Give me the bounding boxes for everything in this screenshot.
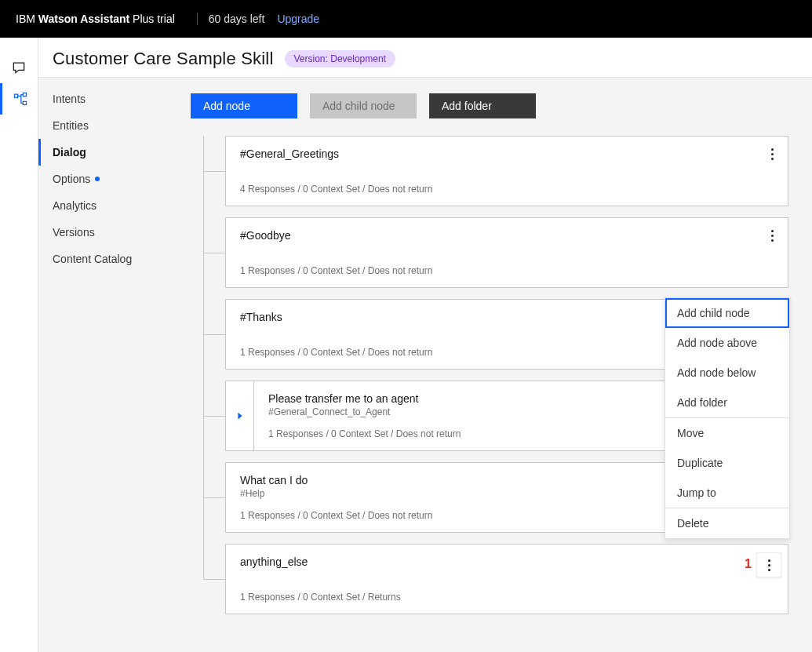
add-node-button[interactable]: Add node [191,93,297,118]
sidebar-item-dialog[interactable]: Dialog [38,139,191,166]
ctx-add-node-below[interactable]: Add node below [665,358,789,388]
skill-sidebar: Intents Entities Dialog Options Analytic… [38,78,191,652]
add-child-node-button: Add child node [310,93,417,118]
left-rail [0,38,38,652]
sidebar-item-label: Content Catalog [53,253,132,265]
sidebar-item-entities[interactable]: Entities [38,112,191,139]
ctx-duplicate[interactable]: Duplicate [665,448,789,478]
node-menu-icon[interactable] [764,146,780,162]
node-title: #Goodbye [240,229,753,242]
workspace: Add node Add child node Add folder #Gene… [191,78,812,652]
node-menu-icon[interactable] [756,552,781,577]
tree-connector [198,217,225,288]
expand-handle[interactable] [225,381,253,451]
node-meta: 4 Responses / 0 Context Set / Does not r… [240,184,753,195]
context-menu: Add child node Add node above Add node b… [665,297,790,539]
topbar: IBM Watson Assistant Plus trial 60 days … [0,0,812,38]
dialog-node[interactable]: #Goodbye 1 Responses / 0 Context Set / D… [198,217,788,288]
ctx-add-folder[interactable]: Add folder [665,388,789,417]
sidebar-item-label: Analytics [53,199,96,212]
version-badge[interactable]: Version: Development [285,50,395,67]
ctx-delete[interactable]: Delete [665,508,789,538]
brand-bold: Watson Assistant [38,13,129,25]
page-header: Customer Care Sample Skill Version: Deve… [38,38,812,78]
node-meta: 1 Responses / 0 Context Set / Returns [240,592,753,603]
dialog-tree: #General_Greetings 4 Responses / 0 Conte… [198,136,788,614]
build-icon[interactable] [0,83,38,115]
sidebar-item-intents[interactable]: Intents [38,86,191,112]
sidebar-item-options[interactable]: Options [38,166,191,192]
sidebar-item-analytics[interactable]: Analytics [38,192,191,219]
brand: IBM Watson Assistant Plus trial [16,13,175,25]
node-card[interactable]: #Goodbye 1 Responses / 0 Context Set / D… [225,217,788,288]
sidebar-item-label: Entities [53,119,89,132]
dialog-node[interactable]: anything_else 1 Responses / 0 Context Se… [198,544,788,614]
dialog-node[interactable]: #General_Greetings 4 Responses / 0 Conte… [198,136,788,206]
svg-rect-2 [23,101,26,104]
node-card[interactable]: anything_else 1 Responses / 0 Context Se… [225,544,788,614]
brand-prefix: IBM [16,13,38,25]
node-title: #General_Greetings [240,148,753,160]
dialog-node[interactable]: #Thanks 1 Responses / 0 Context Set / Do… [198,299,788,370]
sidebar-item-label: Options [53,173,90,185]
sidebar-item-label: Versions [53,226,95,239]
sidebar-item-versions[interactable]: Versions [38,219,191,246]
sidebar-item-label: Intents [53,93,86,105]
chat-icon[interactable] [0,52,38,83]
add-folder-button[interactable]: Add folder [429,93,536,118]
toolbar: Add node Add child node Add folder [191,93,788,118]
upgrade-link[interactable]: Upgrade [277,13,319,25]
topbar-divider [197,13,198,25]
svg-rect-0 [14,94,17,97]
svg-rect-1 [23,93,26,97]
ctx-add-child-node[interactable]: Add child node [665,298,789,328]
tree-connector [198,381,225,451]
ctx-add-node-above[interactable]: Add node above [665,328,789,358]
sidebar-item-label: Dialog [53,146,86,158]
trial-label: Plus trial [129,13,175,25]
node-meta: 1 Responses / 0 Context Set / Does not r… [240,265,753,276]
tree-connector [198,544,225,614]
tree-connector [198,136,225,206]
notification-dot-icon [95,177,100,181]
sidebar-item-content-catalog[interactable]: Content Catalog [38,246,191,272]
node-card[interactable]: #General_Greetings 4 Responses / 0 Conte… [225,136,788,206]
page-title: Customer Care Sample Skill [53,49,274,69]
days-left: 60 days left [209,13,265,25]
tree-connector [198,462,225,533]
node-menu-icon[interactable] [764,228,780,243]
ctx-jump-to[interactable]: Jump to [665,478,789,508]
ctx-move[interactable]: Move [665,418,789,448]
tree-connector [198,299,225,370]
node-title: anything_else [240,555,753,568]
